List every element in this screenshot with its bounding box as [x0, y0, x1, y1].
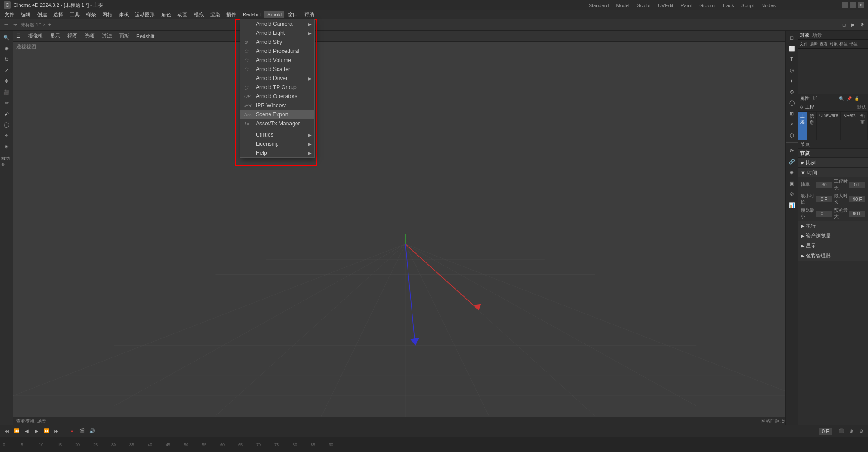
assets-header[interactable]: ▶ 资产浏览量 — [798, 231, 868, 241]
toolbar-options-btn[interactable]: 选项 — [83, 32, 96, 40]
render-region-icon[interactable]: ◻ — [840, 21, 848, 29]
toolbar-camera-btn[interactable]: 摄像机 — [26, 32, 45, 40]
motion-icon[interactable]: 🎬 — [78, 427, 86, 435]
go-end-icon[interactable]: ⏭ — [53, 427, 61, 435]
layer-icon[interactable]: ⊞ — [787, 109, 797, 119]
menu-simulate[interactable]: 模拟 — [191, 10, 206, 19]
pen-tool[interactable]: ✏ — [1, 98, 11, 108]
tab-xrefs[interactable]: XRefs — [841, 112, 858, 140]
camera-tool[interactable]: 🎥 — [1, 87, 11, 97]
menu-mesh[interactable]: 网格 — [100, 10, 115, 19]
submenu-view[interactable]: 查看 — [820, 41, 828, 47]
go-start-icon[interactable]: ⏮ — [3, 427, 11, 435]
menu-arnold-sky[interactable]: ⊙ Arnold Sky — [240, 38, 314, 47]
menu-arnold-operators[interactable]: OP Arnold Operators — [240, 92, 314, 101]
attr-more-icon[interactable]: ⋮ — [862, 96, 866, 101]
window-controls[interactable]: − □ × — [842, 2, 864, 8]
display-header[interactable]: ▶ 显示 — [798, 241, 868, 251]
play-fwd-icon[interactable]: ⏩ — [43, 427, 51, 435]
submenu-tag[interactable]: 标签 — [839, 41, 848, 47]
menu-window[interactable]: 窗口 — [285, 10, 301, 19]
sculpt-tool[interactable]: ◯ — [1, 119, 11, 129]
text-icon[interactable]: T — [787, 54, 797, 64]
tab-model[interactable]: Model — [614, 2, 631, 9]
menu-tools[interactable]: 工具 — [67, 10, 82, 19]
camera-obj-icon[interactable]: ◎ — [787, 65, 797, 75]
toolbar-filter-btn[interactable]: 过滤 — [100, 32, 114, 40]
prev-min-value[interactable]: 0 F — [816, 211, 832, 217]
knife-tool[interactable]: ⌖ — [1, 130, 11, 140]
tab-script[interactable]: Script — [739, 2, 756, 9]
close-button[interactable]: × — [858, 2, 864, 8]
undo-icon[interactable]: ↩ — [2, 21, 10, 29]
menu-arnold-scatter[interactable]: ⬡ Arnold Scatter — [240, 65, 314, 74]
tab-nodes[interactable]: Nodes — [759, 2, 777, 9]
panel-scene-tab[interactable]: 场景 — [812, 32, 822, 38]
menu-plugins[interactable]: 插件 — [224, 10, 239, 19]
move-icon2[interactable]: ⟳ — [787, 146, 797, 156]
tab-uvedit[interactable]: UVEdit — [656, 2, 675, 9]
toolbar-redshift-btn[interactable]: Redshift — [134, 33, 156, 40]
menu-ipr-window[interactable]: IPR IPR Window — [240, 101, 314, 110]
tab-track[interactable]: Track — [720, 2, 736, 9]
sound-icon[interactable]: 🔊 — [88, 427, 96, 435]
menu-licensing[interactable]: Licensing ▶ — [240, 139, 314, 148]
settings-icon[interactable]: ⚙ — [787, 189, 797, 199]
move-tool[interactable]: ⊕ — [1, 43, 11, 53]
menu-arnold-procedural[interactable]: ⬡ Arnold Procedural — [240, 47, 314, 56]
select-tool[interactable]: 🔍 — [1, 33, 11, 43]
menu-help[interactable]: Help ▶ — [240, 148, 314, 157]
light-obj-icon[interactable]: ✦ — [787, 76, 797, 86]
menu-spline[interactable]: 样条 — [83, 10, 99, 19]
render-settings-icon[interactable]: ⚙ — [858, 21, 866, 29]
submenu-edit[interactable]: 编辑 — [810, 41, 818, 47]
menu-scene-export[interactable]: Ass Scene Export — [240, 110, 314, 119]
cube-icon[interactable]: ⬜ — [787, 43, 797, 53]
record-icon[interactable]: ● — [68, 427, 76, 435]
redo-icon[interactable]: ↪ — [11, 21, 19, 29]
gear-icon[interactable]: ⚙ — [787, 87, 797, 97]
object-manager-icon[interactable]: ◻ — [787, 33, 797, 43]
maximize-button[interactable]: □ — [850, 2, 856, 8]
prev-max-value[interactable]: 90 F — [849, 211, 865, 217]
tab-project[interactable]: 工程 — [798, 112, 807, 140]
min-value[interactable]: 0 F — [816, 196, 832, 202]
step-back-icon[interactable]: ⏪ — [13, 427, 21, 435]
attr-lock-icon[interactable]: 🔒 — [854, 96, 859, 101]
toolbar-panel-btn[interactable]: 面板 — [117, 32, 131, 40]
transform-tool[interactable]: ✥ — [1, 76, 11, 86]
menu-arnold-volume[interactable]: ⬡ Arnold Volume — [240, 56, 314, 65]
attr-pin-icon[interactable]: 📌 — [847, 96, 852, 101]
circle-icon[interactable]: ◯ — [787, 98, 797, 108]
submenu-file[interactable]: 文件 — [800, 41, 808, 47]
proj-len-value[interactable]: 0 F — [849, 182, 865, 188]
time-header[interactable]: ▼ 时间 — [798, 168, 868, 177]
menu-render[interactable]: 渲染 — [207, 10, 223, 19]
execute-header[interactable]: ▶ 执行 — [798, 221, 868, 231]
tab-cineware[interactable]: Cineware — [817, 112, 841, 140]
menu-utilities[interactable]: Utilities ▶ — [240, 130, 314, 139]
menu-character[interactable]: 角色 — [158, 10, 174, 19]
menu-help[interactable]: 帮助 — [302, 10, 317, 19]
key-del-icon[interactable]: ⊖ — [857, 427, 865, 435]
menu-animate[interactable]: 动画 — [175, 10, 190, 19]
key-icon[interactable]: ⚫ — [837, 427, 845, 435]
rotate-tool[interactable]: ↻ — [1, 54, 11, 64]
panel-object-tab[interactable]: 对象 — [800, 32, 810, 38]
menu-arnold[interactable]: Arnold — [264, 11, 284, 18]
minimize-button[interactable]: − — [842, 2, 848, 8]
menu-create[interactable]: 创建 — [34, 10, 50, 19]
color-header[interactable]: ▶ 色彩管理器 — [798, 251, 868, 261]
ratio-header[interactable]: ▶ 比例 — [798, 158, 868, 167]
render2-icon[interactable]: ▣ — [787, 178, 797, 188]
tab-animate[interactable]: 动画 — [858, 112, 868, 140]
play-icon[interactable]: ▶ — [33, 427, 41, 435]
paint-brush-tool[interactable]: 🖌 — [1, 109, 11, 119]
magnet-tool[interactable]: ◈ — [1, 141, 11, 151]
menu-asset-tx[interactable]: Tx Asset/Tx Manager — [240, 119, 314, 128]
max-value[interactable]: 90 F — [849, 196, 865, 202]
current-frame[interactable]: 0 F — [819, 428, 832, 435]
menu-arnold-tp-group[interactable]: ⬡ Arnold TP Group — [240, 83, 314, 92]
attr-search-icon[interactable]: 🔍 — [839, 96, 844, 101]
menu-volume[interactable]: 体积 — [116, 10, 131, 19]
